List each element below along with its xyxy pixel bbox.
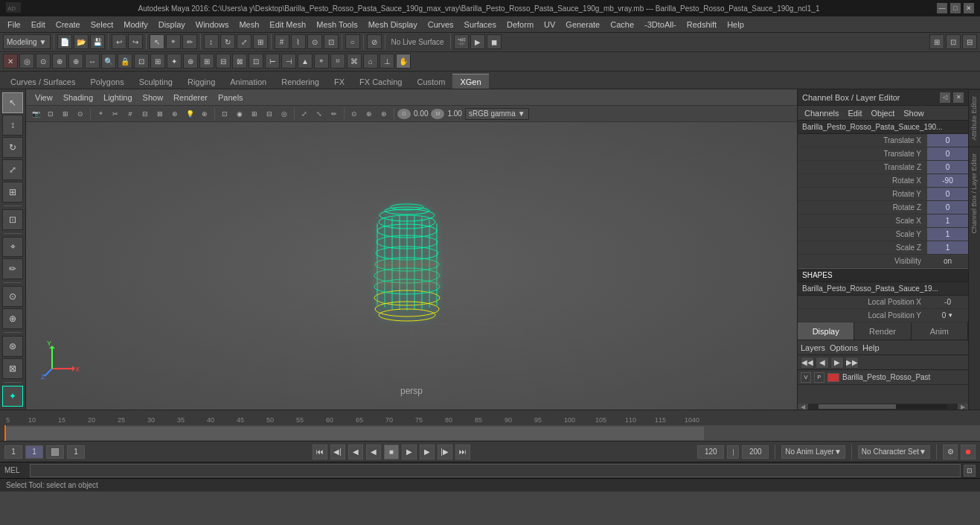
shelf-btn-12[interactable]: ⊛ [183, 54, 198, 69]
menu-surfaces[interactable]: Surfaces [460, 19, 501, 31]
layer-scroll-thumb[interactable] [819, 404, 896, 409]
script-output-btn[interactable]: ⊡ [964, 465, 976, 477]
menu-3dtoall[interactable]: -3DtoAll- [640, 19, 681, 31]
vp-view2-btn[interactable]: ⊞ [59, 107, 72, 121]
rotate-tool-lt[interactable]: ↻ [2, 137, 23, 158]
shelf-btn-8[interactable]: 🔒 [118, 54, 132, 69]
tab-fx[interactable]: FX [327, 74, 352, 89]
prev-key-btn[interactable]: ◀| [330, 445, 345, 459]
menu-redshift[interactable]: Redshift [682, 19, 721, 31]
shelf-btn-3[interactable]: ⊙ [36, 54, 51, 69]
snap-lt[interactable]: ⊛ [2, 336, 23, 357]
paint-select-btn[interactable]: ✏ [182, 34, 197, 49]
group-lt[interactable]: ⊠ [2, 358, 23, 379]
shelf-btn-18[interactable]: ⊣ [281, 54, 296, 69]
redo-btn[interactable]: ↪ [128, 34, 143, 49]
move-tool-btn[interactable]: ↕ [204, 34, 219, 49]
max-frame-input[interactable] [742, 445, 769, 459]
ch-menu-object[interactable]: Object [867, 107, 898, 119]
menu-uv[interactable]: UV [539, 19, 560, 31]
shelf-btn-4[interactable]: ⊕ [52, 54, 67, 69]
ch-val-scale-y[interactable]: 1 [927, 228, 968, 241]
menu-edit-mesh[interactable]: Edit Mesh [265, 19, 310, 31]
menu-modify[interactable]: Modify [119, 19, 152, 31]
ly-menu-options[interactable]: Options [830, 343, 858, 352]
range-slider-handle[interactable]: | [727, 445, 739, 459]
shelf-btn-15[interactable]: ⊠ [232, 54, 247, 69]
tab-xgen[interactable]: XGen [452, 74, 488, 89]
menu-curves[interactable]: Curves [423, 19, 458, 31]
snap-curve-btn[interactable]: ⌇ [291, 34, 306, 49]
xgen-lt[interactable]: ✦ [2, 386, 23, 407]
vp-ao-btn[interactable]: ⊙ [348, 107, 361, 121]
vp-smooth-btn[interactable]: ⊠ [153, 107, 167, 121]
tab-anim[interactable]: Anim [912, 322, 968, 340]
layer-arrow-prev[interactable]: ◀ [816, 357, 829, 369]
shelf-btn-22[interactable]: ⌘ [347, 54, 362, 69]
vp-xray-btn[interactable]: ⊞ [248, 107, 261, 121]
menu-mesh-tools[interactable]: Mesh Tools [312, 19, 362, 31]
shelf-btn-23[interactable]: ⌂ [363, 54, 378, 69]
channel-box-tab[interactable]: Channel Box / Layer Editor [969, 147, 980, 240]
ch-val-local-pos-x[interactable]: -0 [927, 296, 968, 308]
shelf-btn-17[interactable]: ⊢ [265, 54, 280, 69]
timeline-track[interactable] [0, 425, 980, 441]
layer-arrow-next[interactable]: ▶ [830, 357, 844, 369]
shelf-btn-21[interactable]: ⌗ [330, 54, 345, 69]
ch-val-rotate-y[interactable]: 0 [927, 188, 968, 200]
vp-xray-active-btn[interactable]: ⊟ [263, 107, 276, 121]
timeline-ruler[interactable]: 5 10 15 20 25 30 35 40 45 50 55 60 65 70… [0, 410, 980, 425]
ch-icon-1[interactable]: ◁ [940, 92, 950, 103]
select-tool-btn[interactable]: ↖ [150, 34, 164, 49]
menu-file[interactable]: File [3, 19, 25, 31]
ch-val-translate-y[interactable]: 0 [927, 147, 968, 160]
vp-menu-renderer[interactable]: Renderer [169, 92, 212, 104]
shelf-btn-6[interactable]: ↔ [85, 54, 100, 69]
close-btn[interactable]: ✕ [964, 3, 974, 13]
rotate-tool-btn[interactable]: ↻ [220, 34, 235, 49]
mode-dropdown[interactable]: Modeling ▼ [3, 34, 51, 49]
lasso-lt[interactable]: ⌖ [2, 237, 23, 258]
ch-val-visibility[interactable]: on [927, 255, 968, 267]
menu-display[interactable]: Display [154, 19, 190, 31]
menu-generate[interactable]: Generate [561, 19, 604, 31]
vp-hdr-btn[interactable]: ◎ [278, 107, 291, 121]
grid-settings-btn[interactable]: ⊡ [946, 34, 961, 49]
menu-create[interactable]: Create [51, 19, 85, 31]
ch-val-local-pos-y[interactable]: 0▼ [927, 309, 968, 322]
vp-menu-view[interactable]: View [31, 92, 57, 104]
vp-light-btn[interactable]: 💡 [183, 107, 196, 121]
range-input[interactable] [67, 445, 85, 459]
snap-point-btn[interactable]: ⊙ [307, 34, 322, 49]
undo-btn[interactable]: ↩ [112, 34, 126, 49]
layer-scroll-left-btn[interactable]: ◀ [798, 404, 808, 410]
vp-aa-btn[interactable]: ⊕ [362, 107, 376, 121]
play-fwd-btn[interactable]: ▶ [402, 445, 417, 459]
vp-hud-btn[interactable]: ⊡ [218, 107, 231, 121]
layer-scroll-right-btn[interactable]: ▶ [958, 404, 968, 410]
lasso-select-btn[interactable]: ⌖ [166, 34, 181, 49]
snap-view-btn[interactable]: ⊡ [324, 34, 339, 49]
vp-grid-btn[interactable]: # [124, 107, 137, 121]
comp-mode-lt[interactable]: ⊕ [2, 308, 23, 329]
anim-layer-dropdown[interactable]: No Anim Layer ▼ [781, 445, 845, 459]
layer-scrollbar[interactable]: ◀ ▶ [798, 404, 968, 410]
menu-mesh[interactable]: Mesh [234, 19, 263, 31]
attribute-editor-tab[interactable]: Attribute Editor [969, 89, 980, 147]
vp-menu-lighting[interactable]: Lighting [99, 92, 137, 104]
menu-windows[interactable]: Windows [191, 19, 234, 31]
vp-camera-btn[interactable]: 📷 [29, 107, 42, 121]
ch-icon-2[interactable]: ✕ [953, 92, 964, 103]
auto-key-btn[interactable]: ⏺ [961, 445, 976, 459]
render-settings-btn[interactable]: 🎬 [454, 34, 469, 49]
shelf-btn-24[interactable]: ⊥ [379, 54, 394, 69]
tab-render[interactable]: Render [854, 322, 911, 340]
scale-tool-btn[interactable]: ⤢ [237, 34, 252, 49]
play-back-btn[interactable]: ◀ [366, 445, 381, 459]
shelf-btn-10[interactable]: ⊞ [150, 54, 165, 69]
vp-view1-btn[interactable]: ⊡ [44, 107, 57, 121]
shelf-btn-2[interactable]: ◎ [19, 54, 34, 69]
ipr-render-btn[interactable]: ▶ [470, 34, 485, 49]
viewport[interactable]: View Shading Lighting Show Renderer Pane… [26, 89, 797, 410]
display-render-btn[interactable]: ◼ [487, 34, 502, 49]
